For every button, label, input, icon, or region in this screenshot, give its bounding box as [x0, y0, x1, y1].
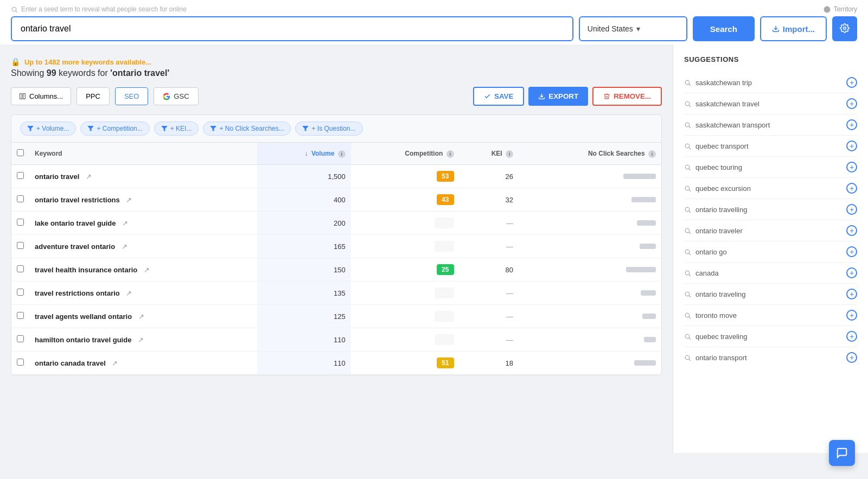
export-label: EXPORT [548, 92, 578, 100]
seo-tab[interactable]: SEO [115, 87, 148, 105]
more-keywords-link[interactable]: Up to 1482 more keywords available... [24, 58, 151, 66]
columns-button[interactable]: Columns... [11, 87, 71, 105]
suggestion-add-btn-8[interactable]: + [846, 246, 857, 257]
suggestion-add-btn-3[interactable]: + [846, 140, 857, 151]
no-click-cell [519, 258, 661, 282]
keyword-header: Keyword [29, 143, 257, 165]
volume-info-icon[interactable]: i [338, 150, 346, 158]
territory-chevron: ▾ [636, 24, 640, 33]
competition-info-icon[interactable]: i [446, 150, 454, 158]
row-checkbox-1[interactable] [17, 195, 24, 202]
row-checkbox-4[interactable] [17, 265, 24, 272]
external-link-icon[interactable]: ↗ [122, 242, 127, 251]
no-click-bar-wrap [524, 267, 656, 272]
suggestion-add-btn-6[interactable]: + [846, 204, 857, 215]
export-button[interactable]: EXPORT [528, 87, 588, 106]
no-click-cell [519, 352, 661, 375]
volume-cell: 110 [257, 328, 350, 352]
external-link-icon[interactable]: ↗ [126, 196, 132, 204]
suggestion-left-13: ontario transport [684, 354, 747, 362]
svg-point-35 [685, 292, 690, 296]
filter-volume[interactable]: + Volume... [20, 122, 76, 136]
suggestion-item: ontario travelling + [684, 199, 857, 220]
suggestion-add-btn-11[interactable]: + [846, 310, 857, 321]
row-checkbox-3[interactable] [17, 242, 24, 249]
suggestion-add-btn-7[interactable]: + [846, 225, 857, 236]
row-checkbox-5[interactable] [17, 289, 24, 296]
suggestion-item: ontario traveler + [684, 220, 857, 241]
keywords-table-wrap: Keyword ↓ Volume i Competition i KEI [11, 143, 662, 375]
suggestion-add-btn-10[interactable]: + [846, 289, 857, 299]
keyword-text: ontario canada travel [35, 359, 106, 367]
import-button[interactable]: Import... [760, 16, 827, 41]
external-link-icon[interactable]: ↗ [86, 173, 92, 181]
competition-cell: 43 [351, 188, 459, 212]
kei-value: 26 [506, 173, 513, 181]
table-row: travel agents welland ontario ↗ 125 — [11, 305, 661, 328]
row-checkbox-8[interactable] [17, 359, 24, 366]
external-link-icon[interactable]: ↗ [144, 266, 150, 274]
suggestion-search-icon-7 [684, 227, 691, 234]
volume-cell: 110 [257, 352, 350, 375]
row-checkbox-7[interactable] [17, 335, 24, 342]
volume-header[interactable]: ↓ Volume i [257, 143, 350, 165]
no-click-bar-wrap [524, 360, 656, 366]
kei-cell: — [459, 235, 519, 258]
save-button[interactable]: SAVE [473, 87, 524, 106]
external-link-icon[interactable]: ↗ [138, 336, 144, 344]
table-header-row: Keyword ↓ Volume i Competition i KEI [11, 143, 661, 165]
external-link-icon[interactable]: ↗ [126, 289, 132, 297]
suggestion-text-4: quebec touring [695, 163, 742, 171]
filter-icon-competition [87, 125, 94, 132]
filter-kei[interactable]: + KEI... [154, 122, 199, 136]
keyword-cell: lake ontario travel guide ↗ [29, 212, 257, 235]
svg-line-32 [689, 253, 691, 254]
select-all-checkbox[interactable] [17, 149, 24, 156]
svg-point-23 [685, 165, 690, 169]
filter-competition[interactable]: + Competition... [80, 122, 149, 136]
external-link-icon[interactable]: ↗ [112, 359, 118, 367]
suggestion-text-9: canada [695, 269, 719, 277]
suggestions-sidebar: SUGGESTIONS saskatchewan trip + saskatch… [673, 44, 868, 453]
external-link-icon[interactable]: ↗ [122, 219, 128, 227]
svg-line-16 [689, 84, 691, 85]
suggestion-add-btn-0[interactable]: + [846, 77, 857, 88]
chat-button[interactable] [829, 440, 855, 453]
suggestion-add-btn-9[interactable]: + [846, 267, 857, 278]
filter-is-question[interactable]: + Is Question... [295, 122, 362, 136]
svg-line-36 [689, 295, 691, 297]
svg-point-41 [685, 355, 690, 360]
remove-button[interactable]: REMOVE... [592, 87, 662, 106]
suggestion-add-btn-5[interactable]: + [846, 183, 857, 194]
select-all-col [11, 143, 29, 165]
external-link-icon[interactable]: ↗ [138, 312, 144, 321]
gsc-tab[interactable]: GSC [154, 87, 198, 105]
filter-no-click[interactable]: + No Click Searches... [203, 122, 291, 136]
suggestion-add-btn-13[interactable]: + [846, 352, 857, 363]
no-click-bar [640, 244, 656, 249]
suggestion-add-btn-4[interactable]: + [846, 162, 857, 173]
row-checkbox-6[interactable] [17, 312, 24, 319]
seo-label: SEO [124, 92, 139, 100]
territory-selector[interactable]: United States ▾ [579, 16, 687, 41]
svg-marker-14 [303, 126, 308, 131]
row-checkbox-2[interactable] [17, 219, 24, 226]
suggestion-search-icon-2 [684, 122, 691, 129]
search-button[interactable]: Search [693, 16, 755, 41]
suggestion-add-btn-12[interactable]: + [846, 331, 857, 342]
suggestion-search-icon-9 [684, 270, 691, 277]
showing-line: Showing 99 keywords for 'ontario travel' [11, 68, 662, 78]
ppc-tab[interactable]: PPC [76, 87, 110, 105]
search-input[interactable] [11, 16, 573, 41]
suggestion-add-btn-2[interactable]: + [846, 119, 857, 130]
row-checkbox-0[interactable] [17, 172, 24, 179]
svg-point-19 [685, 123, 690, 127]
results-toolbar: Columns... PPC SEO GSC SAVE [11, 87, 662, 106]
no-click-info-icon[interactable]: i [648, 150, 656, 158]
kei-cell: — [459, 328, 519, 352]
kei-info-icon[interactable]: i [506, 150, 513, 158]
settings-button[interactable] [832, 16, 857, 41]
competition-cell [351, 305, 459, 328]
svg-marker-13 [210, 126, 216, 131]
suggestion-add-btn-1[interactable]: + [846, 98, 857, 109]
